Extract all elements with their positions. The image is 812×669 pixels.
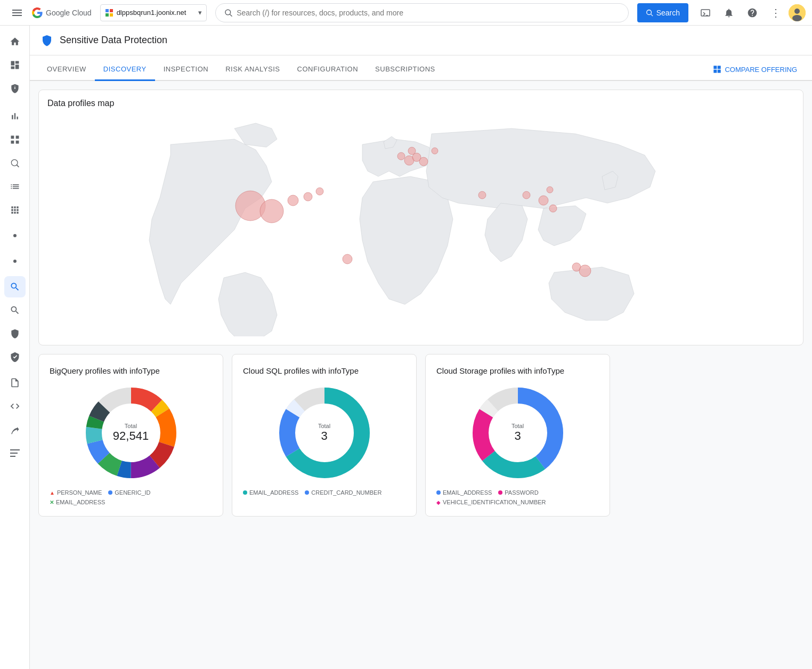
compare-offering-button[interactable]: COMPARE OFFERING — [707, 61, 803, 78]
sidebar-dot-1 — [4, 225, 26, 246]
svg-rect-23 — [714, 70, 717, 73]
svg-rect-1 — [12, 12, 22, 13]
cloud-storage-legend: EMAIL_ADDRESS PASSWORD ◆ VEHICLE_IDENTIF… — [436, 489, 599, 505]
help-icon[interactable] — [742, 2, 763, 23]
project-chevron: ▾ — [198, 9, 202, 17]
cloud-storage-legend-email: EMAIL_ADDRESS — [436, 489, 492, 496]
world-map — [47, 112, 794, 336]
svg-point-16 — [11, 159, 18, 166]
subheader: Sensitive Data Protection — [30, 26, 812, 55]
compare-offering-label: COMPARE OFFERING — [725, 66, 797, 74]
bigquery-card-title: BigQuery profiles with infoType — [50, 365, 212, 376]
sidebar-item-document[interactable] — [4, 372, 26, 393]
cloud-storage-legend-password: PASSWORD — [498, 489, 538, 496]
cloud-sql-total-label: Total — [318, 423, 330, 429]
tab-discovery[interactable]: DISCOVERY — [95, 59, 155, 81]
search-input[interactable] — [237, 9, 620, 17]
cloud-storage-card-title: Cloud Storage profiles with infoType — [436, 365, 599, 376]
svg-rect-3 — [105, 9, 109, 12]
google-cloud-text: Google Cloud — [46, 9, 92, 17]
page-title: Sensitive Data Protection — [60, 35, 167, 46]
bigquery-total-label: Total — [113, 423, 149, 429]
sidebar-item-deploy[interactable] — [4, 419, 26, 440]
tab-overview[interactable]: OVERVIEW — [38, 59, 95, 81]
svg-point-38 — [523, 191, 530, 199]
cloud-sql-total-value: 3 — [318, 429, 330, 443]
search-button[interactable]: Search — [637, 3, 688, 22]
svg-point-15 — [792, 15, 802, 21]
svg-rect-20 — [10, 456, 15, 457]
svg-point-29 — [316, 188, 323, 195]
sidebar-item-dashboard[interactable] — [4, 54, 26, 76]
svg-point-43 — [579, 265, 591, 277]
bigquery-legend: ▲ PERSON_NAME GENERIC_ID ✕ EMAIL_ADDRESS — [50, 489, 212, 505]
notifications-icon[interactable] — [718, 2, 740, 23]
svg-rect-2 — [12, 15, 22, 16]
svg-rect-24 — [718, 70, 721, 73]
bigquery-legend-email-address: ✕ EMAIL_ADDRESS — [50, 499, 105, 505]
svg-point-26 — [260, 199, 283, 223]
sidebar-item-grid[interactable] — [4, 129, 26, 150]
sidebar-item-shield2[interactable] — [4, 323, 26, 344]
sidebar-item-list[interactable] — [4, 176, 26, 197]
project-name: dlppsbqrun1.joonix.net — [117, 9, 186, 17]
search-bar[interactable] — [215, 3, 629, 22]
svg-rect-19 — [10, 453, 18, 454]
bigquery-profile-card: BigQuery profiles with infoType — [38, 354, 223, 517]
tab-configuration[interactable]: CONFIGURATION — [289, 59, 367, 81]
svg-point-25 — [236, 191, 265, 221]
svg-rect-22 — [718, 66, 721, 69]
cloud-sql-donut-container: Total 3 — [243, 385, 405, 481]
svg-line-17 — [17, 165, 19, 167]
bigquery-legend-person-name: ▲ PERSON_NAME — [50, 489, 102, 496]
cloud-storage-profile-card: Cloud Storage profiles with infoType Tot… — [425, 354, 610, 517]
svg-rect-11 — [701, 10, 710, 16]
svg-rect-5 — [105, 13, 109, 17]
data-profiles-map-card: Data profiles map — [38, 90, 803, 345]
svg-point-7 — [225, 10, 231, 15]
svg-point-39 — [539, 196, 548, 205]
sidebar-item-search2[interactable] — [4, 300, 26, 321]
svg-point-36 — [432, 148, 438, 154]
empty-card-slot — [619, 354, 803, 517]
svg-point-31 — [397, 152, 405, 160]
avatar[interactable] — [789, 4, 806, 21]
tab-risk-analysis[interactable]: RISK ANALYSIS — [217, 59, 288, 81]
menu-icon[interactable] — [6, 2, 28, 23]
shield-icon — [38, 32, 55, 49]
svg-rect-6 — [110, 13, 113, 17]
sidebar-item-bar-chart[interactable] — [4, 106, 26, 127]
svg-point-37 — [478, 191, 486, 199]
svg-rect-0 — [12, 10, 22, 11]
sidebar-item-brackets[interactable] — [4, 396, 26, 417]
bigquery-donut-container: Total 92,541 — [50, 385, 212, 481]
sidebar-item-policy[interactable] — [4, 346, 26, 368]
profile-cards-row: BigQuery profiles with infoType — [38, 354, 803, 517]
sidebar-item-search-circle[interactable] — [4, 152, 26, 174]
sidebar-item-expand[interactable] — [4, 442, 26, 464]
tab-inspection[interactable]: INSPECTION — [155, 59, 217, 81]
svg-point-28 — [304, 192, 312, 201]
sidebar-item-active-discovery[interactable] — [4, 276, 26, 297]
svg-point-30 — [343, 254, 352, 264]
svg-point-9 — [646, 10, 651, 14]
topbar: Google Cloud dlppsbqrun1.joonix.net ▾ Se… — [0, 0, 812, 26]
sidebar-item-apps[interactable] — [4, 199, 26, 221]
cloud-shell-icon[interactable] — [695, 2, 716, 23]
cloud-storage-total-label: Total — [511, 423, 524, 429]
svg-point-40 — [547, 187, 553, 193]
nav-tabs: OVERVIEW DISCOVERY INSPECTION RISK ANALY… — [30, 55, 812, 81]
google-cloud-logo[interactable]: Google Cloud — [32, 7, 92, 18]
cloud-sql-card-title: Cloud SQL profiles with infoType — [243, 365, 405, 376]
sidebar — [0, 26, 30, 669]
bigquery-total-value: 92,541 — [113, 429, 149, 443]
svg-point-41 — [549, 205, 557, 212]
cloud-storage-legend-vin: ◆ VEHICLE_IDENTIFICATION_NUMBER — [436, 499, 546, 505]
more-options-icon[interactable]: ⋮ — [765, 2, 786, 23]
sidebar-item-home[interactable] — [4, 31, 26, 52]
project-selector[interactable]: dlppsbqrun1.joonix.net ▾ — [100, 4, 207, 21]
topbar-icons: ⋮ — [695, 2, 806, 23]
sidebar-item-security[interactable] — [4, 78, 26, 99]
svg-line-8 — [230, 14, 232, 16]
tab-subscriptions[interactable]: SUBSCRIPTIONS — [367, 59, 444, 81]
